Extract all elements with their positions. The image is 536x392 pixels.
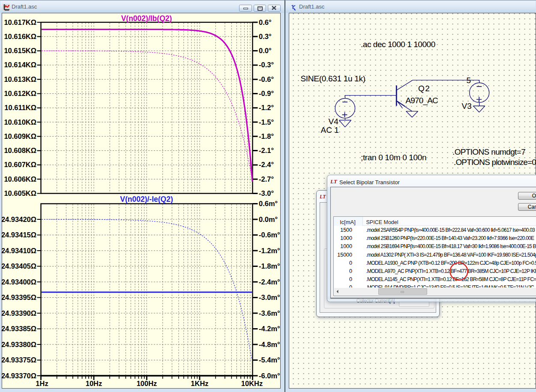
svg-text:V4: V4 [329, 117, 339, 126]
svg-text:SINE(0.631 1u 1k): SINE(0.631 1u 1k) [301, 74, 365, 83]
svg-text:LT: LT [330, 178, 338, 185]
svg-text:;tran 0 10m 0 100n: ;tran 0 10m 0 100n [361, 153, 426, 162]
svg-text:5: 5 [467, 76, 471, 85]
svg-text:.OPTIONS plotwinsize=0: .OPTIONS plotwinsize=0 [454, 158, 536, 167]
svg-text:A970_AC: A970_AC [406, 96, 438, 105]
svg-text:AC 1: AC 1 [321, 126, 339, 135]
svg-text:Q2: Q2 [418, 84, 430, 93]
svg-text:LT: LT [320, 194, 326, 200]
svg-text:.OPTIONS numdgt=7: .OPTIONS numdgt=7 [452, 147, 525, 156]
svg-text:V3: V3 [462, 102, 472, 111]
svg-text:.ac dec 1000 1 10000: .ac dec 1000 1 10000 [361, 40, 435, 49]
